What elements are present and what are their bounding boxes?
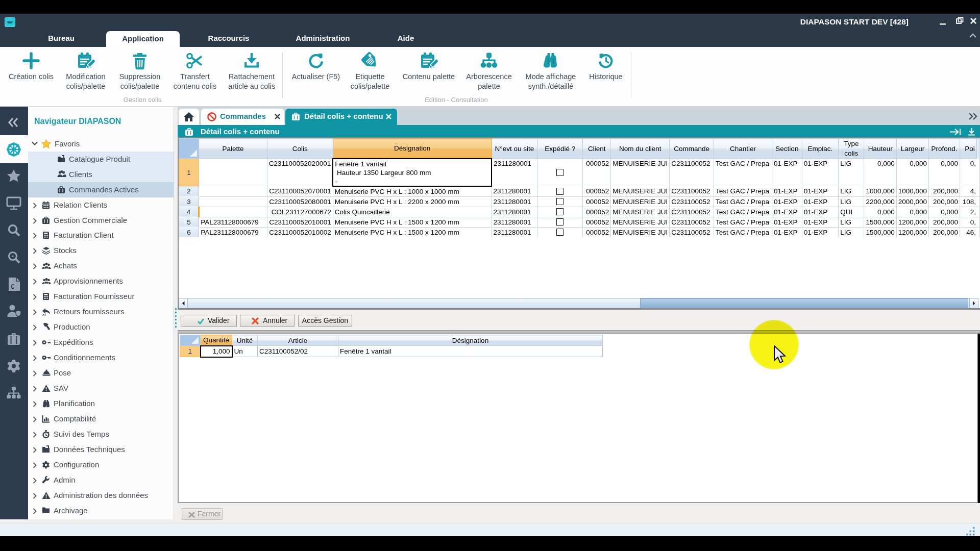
svg-text:€: €: [11, 283, 14, 290]
